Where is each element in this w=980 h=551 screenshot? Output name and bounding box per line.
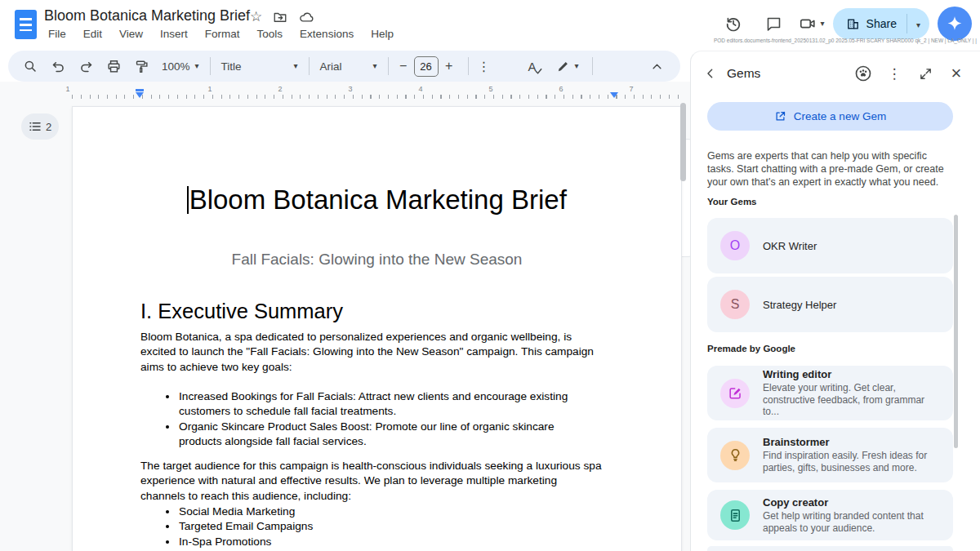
document-title-input[interactable]: Bloom Botanica Marketing Brief bbox=[44, 7, 250, 24]
gems-panel-header: Gems ⋮ × bbox=[691, 60, 980, 87]
decrease-font-size-button[interactable]: − bbox=[393, 54, 414, 78]
doc-bullet-item[interactable]: Social Media Marketing bbox=[178, 504, 599, 519]
doc-title-actions: ☆ bbox=[250, 8, 314, 25]
comments-button[interactable] bbox=[758, 7, 791, 40]
menu-help[interactable]: Help bbox=[365, 26, 399, 42]
cloud-saved-icon[interactable] bbox=[298, 10, 314, 24]
gems-panel-scrollbar[interactable] bbox=[954, 215, 958, 448]
hide-menus-button[interactable] bbox=[643, 54, 670, 78]
left-indent-marker[interactable] bbox=[136, 92, 144, 98]
meet-dropdown-caret-icon[interactable]: ▾ bbox=[821, 20, 825, 28]
premade-by-google-label: Premade by Google bbox=[707, 344, 795, 353]
doc-heading-title[interactable]: Bloom Botanica Marketing Brief bbox=[73, 184, 681, 216]
formatting-toolbar: 100% ▾ Title ▾ Arial ▾ − 26 + ⋮ A bbox=[8, 51, 680, 82]
doc-section-heading[interactable]: I. Executive Summary bbox=[140, 300, 343, 323]
share-dropdown-button[interactable]: ▾ bbox=[907, 16, 929, 31]
gem-description: Get help writing branded content that ap… bbox=[763, 510, 943, 535]
edit-square-icon bbox=[720, 379, 750, 408]
ruler-number: 5 bbox=[488, 85, 492, 93]
more-options-button[interactable]: ⋮ bbox=[473, 54, 496, 78]
doc-bullet-item[interactable]: Increased Bookings for Fall Facials: Att… bbox=[178, 389, 599, 420]
paragraph-style-select[interactable]: Title ▾ bbox=[215, 54, 305, 78]
doc-bullet-item[interactable]: Targeted Email Campaigns bbox=[178, 519, 599, 534]
redo-button[interactable] bbox=[72, 54, 100, 78]
menu-format[interactable]: Format bbox=[199, 26, 246, 42]
font-family-select[interactable]: Arial ▾ bbox=[314, 54, 384, 78]
gem-card-brainstormer[interactable]: Brainstormer Find inspiration easily. Fr… bbox=[707, 428, 953, 482]
google-docs-logo-icon[interactable] bbox=[15, 10, 37, 39]
doc-paragraph[interactable]: The target audience for this campaign is… bbox=[140, 459, 604, 504]
menu-bar: File Edit View Insert Format Tools Exten… bbox=[42, 26, 399, 42]
build-debug-text: POD editors.documents-frontend_20250131.… bbox=[714, 38, 977, 43]
doc-paragraph[interactable]: Bloom Botanica, a spa dedicated to perso… bbox=[140, 330, 604, 375]
editing-mode-select[interactable]: ▾ bbox=[550, 54, 586, 78]
doc-bullet-list: Increased Bookings for Fall Facials: Att… bbox=[140, 389, 599, 450]
doc-subtitle[interactable]: Fall Facials: Glowing into the New Seaso… bbox=[73, 251, 681, 269]
gem-name: Writing editor bbox=[763, 368, 943, 380]
first-line-indent-marker[interactable] bbox=[136, 89, 144, 91]
doc-bullet-item[interactable]: In-Spa Promotions bbox=[178, 535, 599, 549]
style-caret-icon: ▾ bbox=[294, 62, 298, 70]
meet-presence-button[interactable]: ▾ bbox=[799, 15, 825, 33]
dogfood-paw-icon[interactable] bbox=[851, 61, 875, 86]
gem-name: Strategy Helper bbox=[763, 299, 836, 311]
spelling-grammar-button[interactable]: A bbox=[519, 54, 546, 78]
ruler-ticks bbox=[72, 95, 682, 99]
gem-card-copy-creator[interactable]: Copy creator Get help writing branded co… bbox=[707, 490, 953, 540]
share-button-label: Share bbox=[866, 17, 897, 30]
gems-side-panel: Gems ⋮ × bbox=[690, 51, 980, 551]
menu-edit[interactable]: Edit bbox=[78, 26, 108, 42]
horizontal-ruler[interactable]: 1 1 2 3 4 5 6 7 bbox=[0, 85, 690, 100]
document-scrollbar[interactable] bbox=[680, 103, 686, 181]
gem-card-writing-editor[interactable]: Writing editor Elevate your writing. Get… bbox=[707, 366, 953, 420]
gem-name: OKR Writer bbox=[763, 240, 817, 252]
gem-description: Elevate your writing. Get clear, constru… bbox=[763, 382, 943, 418]
ruler-number: 1 bbox=[65, 85, 69, 93]
menu-tools[interactable]: Tools bbox=[252, 26, 289, 42]
back-chevron-icon[interactable] bbox=[704, 67, 717, 80]
show-outline-button[interactable]: 2 bbox=[21, 113, 59, 140]
menu-insert[interactable]: Insert bbox=[154, 26, 194, 42]
ruler-number: 3 bbox=[348, 85, 352, 93]
ruler-number: 7 bbox=[629, 85, 633, 93]
star-icon[interactable]: ☆ bbox=[250, 8, 262, 25]
doc-bullet-item[interactable]: Organic Skincare Product Sales Boost: Pr… bbox=[178, 420, 599, 450]
font-size-input[interactable]: 26 bbox=[414, 56, 439, 77]
create-new-gem-button[interactable]: Create a new Gem bbox=[707, 102, 953, 131]
version-history-button[interactable] bbox=[717, 7, 750, 40]
toolbar-divider bbox=[309, 57, 310, 75]
gem-name: Brainstormer bbox=[763, 436, 943, 448]
search-menus-button[interactable] bbox=[16, 54, 44, 78]
zoom-select[interactable]: 100% ▾ bbox=[155, 54, 206, 78]
gem-card-strategy-helper[interactable]: S Strategy Helper bbox=[707, 277, 953, 332]
editing-mode-caret-icon: ▾ bbox=[575, 62, 579, 70]
expand-panel-icon[interactable] bbox=[913, 61, 938, 86]
move-folder-icon[interactable] bbox=[273, 10, 287, 24]
share-button[interactable]: Share bbox=[833, 8, 906, 39]
close-panel-icon[interactable]: × bbox=[944, 61, 969, 86]
gems-more-options-button[interactable]: ⋮ bbox=[882, 61, 906, 86]
document-page[interactable]: Bloom Botanica Marketing Brief Fall Faci… bbox=[72, 106, 682, 551]
pen-icon bbox=[556, 60, 570, 73]
gem-card-partial[interactable] bbox=[707, 546, 953, 551]
google-docs-window: Bloom Botanica Marketing Brief ☆ File Ed… bbox=[0, 0, 980, 551]
outline-tab-count: 2 bbox=[46, 121, 51, 133]
toolbar-divider bbox=[468, 57, 469, 75]
font-caret-icon: ▾ bbox=[373, 62, 377, 70]
gem-card-okr-writer[interactable]: O OKR Writer bbox=[707, 218, 953, 273]
increase-font-size-button[interactable]: + bbox=[439, 54, 460, 78]
outline-list-icon bbox=[29, 121, 42, 132]
menu-extensions[interactable]: Extensions bbox=[294, 26, 359, 42]
lightbulb-icon bbox=[720, 441, 750, 470]
share-button-group: Share ▾ bbox=[833, 8, 929, 39]
menu-file[interactable]: File bbox=[42, 26, 72, 42]
menu-view[interactable]: View bbox=[114, 26, 149, 42]
print-button[interactable] bbox=[100, 54, 127, 78]
ruler-number: 2 bbox=[278, 85, 282, 93]
gemini-button[interactable] bbox=[938, 7, 972, 41]
gem-avatar: O bbox=[720, 231, 750, 260]
undo-button[interactable] bbox=[44, 54, 72, 78]
text-cursor bbox=[187, 186, 189, 214]
right-indent-marker[interactable] bbox=[610, 92, 618, 98]
paint-format-button[interactable] bbox=[127, 54, 155, 78]
